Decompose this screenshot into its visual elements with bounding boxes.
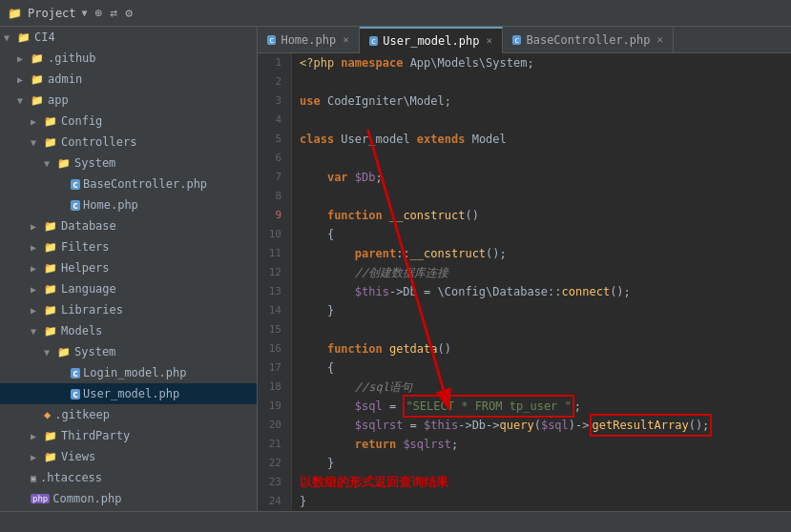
sync-icon[interactable]: ⇄ xyxy=(110,6,117,20)
connect-fn: connect xyxy=(562,282,611,301)
code-content[interactable]: <?php namespace App\Models\System; use C… xyxy=(292,53,791,511)
code-line-23: 以数组的形式返回查询结果 xyxy=(300,473,791,492)
sqlrst-ret: $sqlrst xyxy=(403,435,451,454)
editor-area: c Home.php ✕ c User_model.php ✕ c BaseCo… xyxy=(258,27,791,511)
sidebar-item-github[interactable]: ▶ 📁 .github xyxy=(0,48,257,69)
sidebar-item-ci4[interactable]: ▼ 📁 CI4 xyxy=(0,27,257,48)
code-line-7: var $Db; xyxy=(300,168,791,187)
code-line-1: <?php namespace App\Models\System; xyxy=(300,53,791,72)
arrow-config: ▶ xyxy=(31,116,44,127)
indent17 xyxy=(300,358,327,378)
ln-16: 16 xyxy=(258,339,285,358)
arrow-models: ▼ xyxy=(31,326,44,337)
s20a: = xyxy=(403,416,424,435)
sidebar-item-home[interactable]: c Home.php xyxy=(0,194,257,215)
var-kw: var xyxy=(327,168,348,187)
code-line-18: //sql语句 xyxy=(300,378,791,397)
arrow-thirdparty: ▶ xyxy=(31,431,44,441)
sidebar-item-config[interactable]: ▶ 📁 Config xyxy=(0,111,257,132)
sidebar-item-admin[interactable]: ▶ 📁 admin xyxy=(0,69,257,90)
arrow-system-ctrl: ▼ xyxy=(44,158,57,169)
arrow-github: ▶ xyxy=(17,53,31,64)
folder-icon-system-models: 📁 xyxy=(57,346,71,358)
sidebar-item-thirdparty[interactable]: ▶ 📁 ThirdParty xyxy=(0,425,257,446)
tab-basecontroller[interactable]: c BaseController.php ✕ xyxy=(503,27,674,53)
sidebar-item-app[interactable]: ▼ 📁 app xyxy=(0,90,257,111)
sidebar-item-login-model[interactable]: c Login_model.php xyxy=(0,362,257,383)
sidebar-item-views[interactable]: ▶ 📁 Views xyxy=(0,446,257,467)
line-numbers: 1 2 3 4 5 6 7 8 9 10 11 12 13 14 15 16 1… xyxy=(258,53,292,511)
ln-5: 5 xyxy=(258,130,285,149)
folder-icon-admin: 📁 xyxy=(31,73,44,86)
ln-3: 3 xyxy=(258,92,285,111)
return-kw: return xyxy=(355,435,396,454)
sidebar-item-language[interactable]: ▶ 📁 Language xyxy=(0,278,257,299)
fn-kw: function xyxy=(327,206,383,225)
ns-kw: namespace xyxy=(341,53,403,72)
parent-kw: parent xyxy=(355,244,396,263)
tab-close-user-model[interactable]: ✕ xyxy=(486,34,492,47)
arrow-app: ▼ xyxy=(17,95,31,106)
ln-14: 14 xyxy=(258,301,285,320)
tab-home[interactable]: c Home.php ✕ xyxy=(258,27,360,53)
ln-4: 4 xyxy=(258,111,285,130)
arrow-libraries: ▶ xyxy=(31,305,44,316)
title-bar: 📁 Project ▼ ⊕ ⇄ ⚙ xyxy=(0,0,791,27)
sidebar-item-basecontroller[interactable]: c BaseController.php xyxy=(0,174,257,194)
title-bar-left: 📁 Project ▼ xyxy=(8,7,88,20)
main-container: ▼ 📁 CI4 ▶ 📁 .github ▶ 📁 admin ▼ 📁 app ▶ … xyxy=(0,27,791,511)
folder-icon-database: 📁 xyxy=(44,220,57,233)
indent22 xyxy=(300,454,327,473)
arrow-admin: ▶ xyxy=(17,74,31,85)
sidebar-item-controllers[interactable]: ▼ 📁 Controllers xyxy=(0,132,257,153)
add-icon[interactable]: ⊕ xyxy=(95,6,103,20)
sidebar-item-system-ctrl[interactable]: ▼ 📁 System xyxy=(0,153,257,174)
ln-8: 8 xyxy=(258,187,285,206)
php-c-icon-login: c xyxy=(71,368,80,379)
indent11 xyxy=(300,244,355,263)
indent19 xyxy=(300,397,355,416)
folder-icon-controllers: 📁 xyxy=(44,136,57,149)
ln-10: 10 xyxy=(258,225,285,244)
tab-user-model[interactable]: c User_model.php ✕ xyxy=(360,27,503,53)
folder-icon-language: 📁 xyxy=(44,283,57,296)
folder-icon-thirdparty: 📁 xyxy=(44,430,57,442)
code-line-10: { xyxy=(300,225,791,244)
settings-icon[interactable]: ⚙ xyxy=(125,6,133,20)
sidebar-item-gitkeep[interactable]: ◆ .gitkeep xyxy=(0,404,257,425)
folder-icon-system-ctrl: 📁 xyxy=(57,157,71,170)
code-line-9: function __construct() xyxy=(300,206,791,225)
tab-close-base[interactable]: ✕ xyxy=(657,33,664,46)
project-dropdown-icon[interactable]: ▼ xyxy=(82,8,88,18)
sidebar-item-models[interactable]: ▼ 📁 Models xyxy=(0,320,257,341)
arrow-views: ▶ xyxy=(31,452,44,462)
brace17: { xyxy=(327,358,334,378)
ln-20: 20 xyxy=(258,416,285,435)
space3 xyxy=(321,92,327,111)
sidebar-item-filters[interactable]: ▶ 📁 Filters xyxy=(0,236,257,257)
sidebar-item-common[interactable]: php Common.php xyxy=(0,488,257,509)
paren9: () xyxy=(465,206,478,225)
code-editor: 1 2 3 4 5 6 7 8 9 10 11 12 13 14 15 16 1… xyxy=(258,53,791,511)
sidebar-item-helpers[interactable]: ▶ 📁 Helpers xyxy=(0,257,257,278)
indent12 xyxy=(300,263,355,282)
sidebar-item-user-model[interactable]: c User_model.php xyxy=(0,383,257,404)
code-line-13: $this->Db = \Config\Database::connect(); xyxy=(300,282,791,301)
s20c: ( xyxy=(534,416,541,435)
ln-13: 13 xyxy=(258,282,285,301)
code-line-20: $sqlrst = $this->Db->query($sql)->getRes… xyxy=(300,416,791,435)
sidebar-item-libraries[interactable]: ▶ 📁 Libraries xyxy=(0,299,257,320)
sidebar-item-database[interactable]: ▶ 📁 Database xyxy=(0,215,257,236)
tab-close-home[interactable]: ✕ xyxy=(343,33,349,46)
code-line-19: $sql = "SELECT * FROM tp_user "; xyxy=(300,397,791,416)
status-bar xyxy=(0,511,791,532)
code-line-8 xyxy=(300,187,791,206)
folder-icon-libraries: 📁 xyxy=(44,304,57,317)
ln-18: 18 xyxy=(258,378,285,397)
sidebar-item-system-models[interactable]: ▼ 📁 System xyxy=(0,341,257,362)
arrow-helpers: ▶ xyxy=(31,263,44,274)
brace24: } xyxy=(300,492,306,511)
ln-12: 12 xyxy=(258,263,285,282)
tab-label-user-model: User_model.php xyxy=(383,34,479,48)
sidebar-item-htaccess[interactable]: ▣ .htaccess xyxy=(0,467,257,488)
